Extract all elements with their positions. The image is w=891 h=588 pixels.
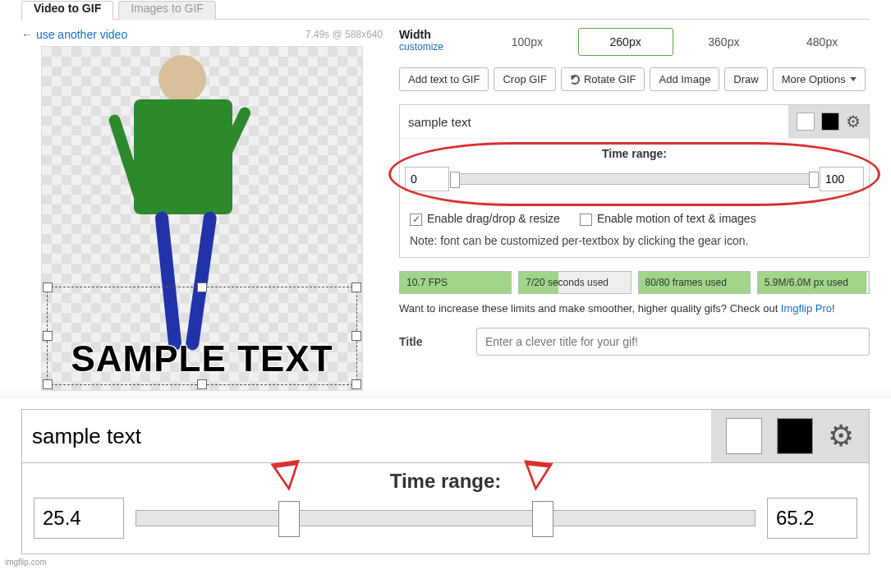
- imgflip-pro-link[interactable]: Imgflip Pro: [781, 302, 832, 315]
- outline-color-swatch-zoom[interactable]: [777, 418, 813, 454]
- caption-input[interactable]: [400, 108, 788, 136]
- gif-preview[interactable]: SAMPLE TEXT: [41, 46, 363, 391]
- width-label: Width: [399, 28, 431, 41]
- text-color-swatch-zoom[interactable]: [726, 418, 762, 454]
- add-text-button[interactable]: Add text to GIF: [399, 67, 489, 91]
- time-range-label-zoom: Time range:: [34, 470, 857, 493]
- caption-input-zoom[interactable]: [22, 410, 711, 462]
- add-image-button[interactable]: Add Image: [650, 67, 719, 91]
- outline-color-swatch[interactable]: [821, 113, 839, 131]
- resize-handle[interactable]: [197, 379, 207, 389]
- time-range-slider-zoom[interactable]: [135, 510, 756, 526]
- text-panel: ⚙ Time range: Enable drag/drop & resize …: [399, 104, 870, 258]
- title-input[interactable]: [476, 328, 870, 356]
- zoom-panel: ⚙ Time range:: [21, 409, 870, 554]
- title-label: Title: [399, 335, 465, 348]
- more-options-button[interactable]: More Options: [773, 67, 866, 91]
- resize-handle[interactable]: [43, 379, 53, 389]
- enable-drag-checkbox[interactable]: Enable drag/drop & resize: [410, 212, 560, 226]
- source-dimensions: 7.49s @ 588x640: [305, 29, 383, 40]
- resize-handle[interactable]: [197, 283, 207, 292]
- stat-seconds: 7/20 seconds used: [518, 271, 631, 294]
- time-start-input-zoom[interactable]: [34, 498, 124, 539]
- width-option-480[interactable]: 480px: [774, 28, 870, 56]
- time-end-input-zoom[interactable]: [767, 498, 857, 539]
- tab-video-to-gif[interactable]: Video to GIF: [21, 1, 113, 20]
- enable-motion-checkbox[interactable]: Enable motion of text & images: [580, 212, 756, 226]
- draw-button[interactable]: Draw: [724, 67, 767, 91]
- overlay-text[interactable]: SAMPLE TEXT: [48, 338, 356, 379]
- tab-images-to-gif[interactable]: Images to GIF: [118, 1, 216, 20]
- width-customize-link[interactable]: customize: [399, 41, 473, 53]
- slider-thumb-start-zoom[interactable]: [278, 501, 300, 537]
- resize-handle[interactable]: [351, 283, 361, 292]
- rotate-icon: [570, 75, 580, 85]
- crop-gif-button[interactable]: Crop GIF: [494, 67, 555, 91]
- resize-handle[interactable]: [351, 379, 361, 389]
- watermark: imgflip.com: [0, 554, 891, 570]
- time-range-label: Time range:: [405, 147, 864, 160]
- slider-thumb-end-zoom[interactable]: [532, 501, 553, 537]
- stat-frames: 80/80 frames used: [638, 271, 751, 294]
- text-color-swatch[interactable]: [797, 113, 815, 131]
- gear-icon[interactable]: ⚙: [846, 112, 861, 131]
- rotate-gif-button[interactable]: Rotate GIF: [561, 67, 645, 91]
- width-option-360[interactable]: 360px: [677, 28, 772, 56]
- time-start-input[interactable]: [405, 167, 449, 191]
- width-option-100[interactable]: 100px: [480, 28, 575, 56]
- font-note: Note: font can be customized per-textbox…: [400, 229, 869, 257]
- slider-thumb-end[interactable]: [809, 172, 819, 188]
- time-end-input[interactable]: [820, 167, 864, 191]
- promo-text: Want to increase these limits and make s…: [399, 302, 870, 315]
- width-option-260[interactable]: 260px: [578, 28, 673, 56]
- use-another-video-link[interactable]: ← use another video: [21, 28, 127, 41]
- stat-fps: 10.7 FPS: [399, 271, 512, 294]
- chevron-down-icon: [850, 77, 857, 81]
- gear-icon-zoom[interactable]: ⚙: [828, 419, 854, 453]
- resize-handle[interactable]: [43, 283, 53, 292]
- time-range-slider[interactable]: [454, 173, 815, 185]
- slider-thumb-start[interactable]: [450, 172, 460, 188]
- text-overlay-box[interactable]: SAMPLE TEXT: [47, 287, 357, 385]
- stat-px: 5.9M/6.0M px used: [757, 271, 870, 294]
